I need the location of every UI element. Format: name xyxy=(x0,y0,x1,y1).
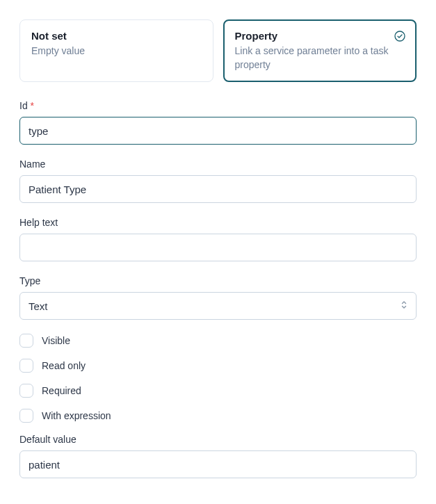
svg-point-0 xyxy=(395,31,405,41)
option-card-desc: Link a service parameter into a task pro… xyxy=(235,44,405,72)
checkbox-label: With expression xyxy=(42,410,111,421)
help-text-label: Help text xyxy=(19,217,417,228)
type-select-value: Text xyxy=(29,300,48,312)
checkbox-box[interactable] xyxy=(19,409,33,423)
help-text-input[interactable] xyxy=(19,234,417,261)
option-card-property[interactable]: Property Link a service parameter into a… xyxy=(223,19,417,82)
checkbox-row-read-only[interactable]: Read only xyxy=(19,359,417,373)
id-input[interactable] xyxy=(19,117,417,145)
id-label: Id * xyxy=(19,100,417,111)
option-card-desc: Empty value xyxy=(31,44,202,58)
name-input[interactable] xyxy=(19,175,417,203)
checkbox-box[interactable] xyxy=(19,334,33,348)
option-card-not-set[interactable]: Not set Empty value xyxy=(19,19,213,82)
name-label: Name xyxy=(19,158,417,170)
checkbox-label: Read only xyxy=(42,360,86,371)
id-label-text: Id xyxy=(19,100,28,111)
option-card-title: Property xyxy=(235,30,405,42)
checkbox-row-visible[interactable]: Visible xyxy=(19,334,417,348)
option-card-title: Not set xyxy=(31,30,202,42)
checkbox-row-with-expression[interactable]: With expression xyxy=(19,409,417,423)
type-select[interactable]: Text xyxy=(19,292,417,320)
checkbox-row-required[interactable]: Required xyxy=(19,384,417,398)
default-value-label: Default value xyxy=(19,434,417,445)
default-value-input[interactable] xyxy=(19,450,417,478)
checkbox-label: Required xyxy=(42,385,81,396)
required-asterisk: * xyxy=(31,100,34,111)
check-circle-icon xyxy=(394,31,405,44)
checkbox-label: Visible xyxy=(42,335,70,346)
type-label: Type xyxy=(19,275,417,286)
checkbox-box[interactable] xyxy=(19,384,33,398)
checkbox-box[interactable] xyxy=(19,359,33,373)
